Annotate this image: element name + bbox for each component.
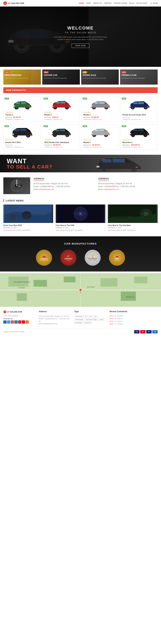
product-badge-new-7: NEW [83, 125, 87, 127]
svg-rect-76 [102, 159, 111, 162]
social-icon-yt[interactable]: yt [18, 320, 21, 324]
tag-responsive[interactable]: responsive design [85, 318, 98, 321]
sell-text: WANT TO SELL A CAR? [7, 158, 53, 169]
social-icon-tw[interactable]: t [7, 320, 10, 324]
tag-art[interactable]: Art [84, 315, 88, 318]
comment-1: admin on Mazda 3 [109, 315, 158, 317]
news-card-3[interactable]: Cars New In The Viet Nam November 27, 20… [108, 204, 158, 231]
address-title: ADDRESS [34, 177, 44, 181]
new-products-section: NEW PRODUCTS NEW ★★★★★ [0, 87, 161, 153]
svg-rect-14 [13, 106, 15, 106]
comment-action-3: on [114, 320, 116, 322]
product-car-visual-2 [44, 98, 78, 110]
product-price-row-6: $20,000.00 $8,000.00 [44, 144, 78, 146]
product-price-old-1: $2,000.00 [5, 116, 12, 118]
product-card-7[interactable]: NEW ★★★★★ Mazda 5 $20,000.00 [82, 124, 119, 150]
svg-rect-39 [147, 106, 148, 107]
news-card-2[interactable]: Cars New In The USA November 27, 2015 Lo… [56, 204, 105, 231]
product-card-4[interactable]: NEW ☆☆☆☆☆ Honda Accord Coupe 2013 [121, 96, 158, 122]
tag-webdesign[interactable]: web-design [74, 322, 83, 324]
news-excerpt-2: Lorem ipsum dolor sit amet, consectetur.… [56, 229, 105, 231]
tag-wordpress[interactable]: wordpress [84, 322, 92, 324]
svg-rect-47 [30, 134, 31, 135]
tag-any-website[interactable]: any website [74, 315, 83, 318]
nav-cart[interactable]: 🛒 $ 0.00 [150, 2, 158, 4]
product-price-old-8: $60,000.00 [122, 144, 130, 146]
news-date-3: November 27, 2015 [108, 227, 158, 228]
svg-point-90 [79, 212, 82, 215]
product-name-3: Mazda 2 [83, 114, 117, 116]
mfr-logo-1[interactable]: 🚗 USED CARS CARS FOR QUALITY [36, 250, 52, 266]
social-icon-pi[interactable]: p [22, 320, 25, 324]
product-name-4: Honda Accord Coupe 2013 [122, 114, 156, 116]
product-card-2[interactable]: NEW ★★★★★ Mazda 3 $2,000.00 [42, 96, 79, 122]
comment-target-3[interactable]: Toyota 1 [117, 320, 123, 322]
nav-about[interactable]: ABOUT US [93, 2, 102, 4]
tag-unique[interactable]: unique [98, 318, 104, 321]
tag-car[interactable]: car [93, 315, 97, 318]
news-title-3: Cars New In The Viet Nam [108, 224, 158, 226]
mfr-logo-3[interactable]: 🏆 TOP QUALITY USED CARS [85, 250, 101, 266]
svg-rect-77 [112, 159, 125, 162]
site-logo[interactable]: LT LT SALON CAR [3, 1, 24, 5]
svg-rect-12 [16, 102, 20, 104]
product-card-8[interactable]: NEW ★★★★★ Mercedes 2 $60,000.00 [121, 124, 158, 150]
social-icon-fb[interactable]: f [3, 320, 7, 324]
mfr-label-2: CERTIFIED [64, 258, 72, 260]
mfr-icon-1: 🚗 [42, 254, 46, 258]
social-icon-li[interactable]: in [15, 320, 18, 324]
address-email-link-2[interactable]: info@saloncarlo.com [103, 188, 119, 190]
tag-cms[interactable]: cms [88, 315, 93, 318]
comment-target-1[interactable]: Mazda 3 [117, 315, 123, 317]
nav-shop[interactable]: SHOP [86, 2, 91, 4]
social-icon-rs[interactable]: rs [26, 320, 29, 324]
address-email-link-1[interactable]: info@saloncarlo.com [39, 188, 55, 190]
product-price-row-5: $20,000.00 [5, 144, 39, 146]
tag-html[interactable]: html template [74, 318, 84, 321]
nav-service[interactable]: SERVICE [104, 2, 112, 4]
promo-card-1[interactable]: NEW PRICE REDUCED Lorem ipsum dolor sit … [3, 70, 41, 84]
nav-special[interactable]: SPECIAL OFFER [114, 2, 127, 4]
svg-rect-15 [29, 106, 30, 107]
svg-rect-61 [99, 130, 104, 131]
product-name-1: Toyota 4 [5, 114, 39, 116]
payment-visa: VISA [134, 330, 139, 334]
news-date-2: November 27, 2015 [56, 227, 105, 228]
news-card-1[interactable]: Event Cars New 2015 November 27, 2015 Lo… [3, 204, 53, 231]
product-card-1[interactable]: NEW ★★★★★ Toyota 4 $2,000.00 [3, 96, 40, 122]
promo-badge-3: 50% [83, 71, 87, 73]
comment-action-2: on [114, 318, 116, 320]
product-price-new-6: $8,000.00 [53, 144, 61, 146]
comment-target-4[interactable]: Mazda 2 [117, 323, 123, 325]
footer-logo-col: LT LT SALON CAR Lorem ipsum template FOL… [3, 310, 35, 326]
mfr-logo-2[interactable]: ✓ CERTIFIED CAR [60, 250, 76, 266]
footer-tags-container: any website Art cms car html template re… [74, 315, 106, 324]
svg-rect-68 [133, 130, 137, 131]
mfr-logo-4[interactable]: 🚘 Cars for QUALITY [109, 250, 125, 266]
footer-address-phone: Phone: +123(456)7890 Fax: +1 800 559 123… [39, 318, 71, 323]
svg-rect-100 [34, 280, 47, 286]
sell-banner[interactable]: WANT TO SELL A CAR? [0, 155, 161, 172]
hero-shop-now-button[interactable]: SHOP NOW [72, 44, 89, 48]
nav-blog[interactable]: BLOG [129, 2, 134, 4]
address-phone-2: Phone: +123(456)7890 Fax: +1 800 559 1 2… [98, 185, 158, 188]
mfr-icon-2: ✓ [67, 254, 70, 258]
social-icon-gp[interactable]: g+ [11, 320, 14, 324]
nav-home[interactable]: HOME [79, 2, 84, 4]
footer-tags-col: Tags any website Art cms car html templa… [74, 310, 106, 326]
nav-account[interactable]: MY ACCOUNT [136, 2, 148, 4]
svg-rect-29 [99, 102, 105, 104]
product-card-5[interactable]: NEW ★★★★★ Honda CR-V 2013 $20,0 [3, 124, 40, 150]
product-card-3[interactable]: NEW ★★★★★ Mazda 2 $3,000.00 [82, 96, 119, 122]
product-badge-new-5: NEW [5, 125, 9, 127]
product-card-6[interactable]: NEW ★★★★★ 2013 Honda Civic hatchback [42, 124, 79, 150]
comment-target-2[interactable]: Toyota 1 [117, 318, 123, 320]
promo-card-4[interactable]: NEW FINDING A CAR Lorem ipsum dolor sit … [120, 70, 158, 84]
svg-rect-103 [17, 293, 27, 301]
promo-card-3[interactable]: 50% SPRING SALE Lorem ipsum dolor sit am… [81, 70, 119, 84]
product-price-old-3: $3,000.00 [83, 116, 90, 118]
promo-card-2[interactable]: NEW CHOOSE CAR Lorem ipsum dolor sit ame… [42, 70, 80, 84]
svg-rect-78 [96, 166, 99, 168]
svg-rect-45 [20, 129, 27, 131]
footer-logo[interactable]: LT LT SALON CAR [3, 310, 35, 313]
